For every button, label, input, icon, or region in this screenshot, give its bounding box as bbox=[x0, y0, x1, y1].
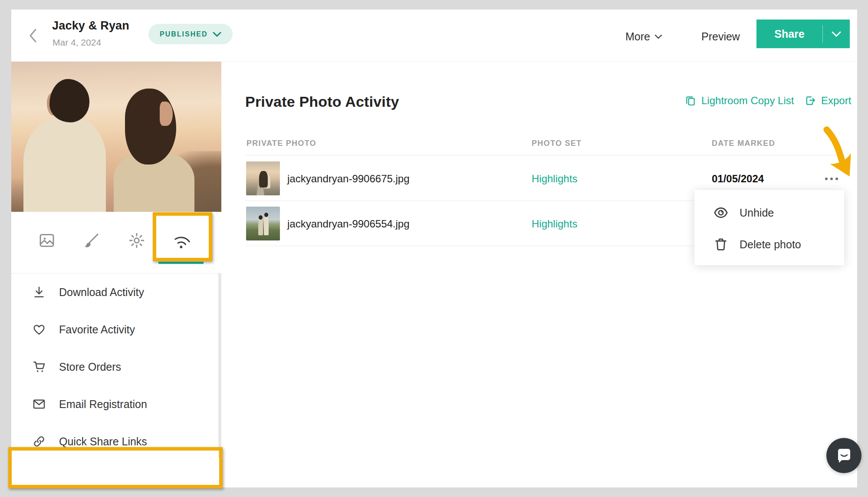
cover-person-left bbox=[23, 117, 106, 212]
row-options-context-menu: Unhide Delete photo bbox=[694, 190, 844, 265]
thumbnail-figure-art bbox=[258, 218, 263, 235]
sidebar-item-label: Quick Share Links bbox=[59, 435, 147, 448]
sidebar-item-store-orders[interactable]: Store Orders bbox=[11, 348, 221, 385]
sidebar-item-quick-share-links[interactable]: Quick Share Links bbox=[11, 423, 221, 460]
row-options-button[interactable] bbox=[825, 174, 845, 183]
link-icon bbox=[31, 434, 47, 449]
menu-item-unhide[interactable]: Unhide bbox=[694, 200, 844, 226]
share-label: Share bbox=[756, 28, 822, 40]
column-header-private-photo: PRIVATE PHOTO bbox=[247, 139, 316, 148]
photo-set-link[interactable]: Highlights bbox=[532, 173, 577, 185]
image-icon bbox=[38, 232, 56, 249]
sidebar-menu: Download Activity Favorite Activity Stor… bbox=[11, 273, 221, 487]
published-status-dropdown[interactable]: PUBLISHED bbox=[148, 24, 233, 44]
thumbnail-figure-art bbox=[264, 215, 269, 235]
copy-icon bbox=[685, 95, 696, 107]
sidebar-item-download-activity[interactable]: Download Activity bbox=[11, 273, 221, 311]
preview-button[interactable]: Preview bbox=[701, 30, 740, 43]
column-header-photo-set: PHOTO SET bbox=[532, 139, 582, 148]
sidebar-item-label: Store Orders bbox=[59, 361, 121, 373]
top-header: Jacky & Ryan Mar 4, 2024 PUBLISHED More … bbox=[11, 10, 857, 62]
status-label: PUBLISHED bbox=[160, 30, 207, 38]
more-label: More bbox=[625, 30, 650, 43]
sidebar-item-label: Email Registration bbox=[59, 398, 147, 411]
envelope-icon bbox=[31, 396, 47, 412]
photo-filename: jackyandryan-9906554.jpg bbox=[287, 218, 410, 230]
trash-icon bbox=[713, 236, 729, 253]
sidebar-item-favorite-activity[interactable]: Favorite Activity bbox=[11, 311, 221, 348]
gallery-title: Jacky & Ryan bbox=[52, 19, 129, 33]
sidebar: Download Activity Favorite Activity Stor… bbox=[11, 62, 221, 487]
date-marked-value: 01/05/2024 bbox=[712, 173, 764, 185]
photo-thumbnail[interactable] bbox=[246, 161, 280, 195]
heart-icon bbox=[31, 322, 47, 337]
share-caret-button[interactable] bbox=[823, 31, 850, 37]
sidebar-item-label: Download Activity bbox=[59, 286, 144, 299]
export-icon bbox=[805, 95, 816, 107]
chevron-down-icon bbox=[654, 34, 662, 39]
more-menu-button[interactable]: More bbox=[625, 30, 662, 43]
sidebar-tab-bar bbox=[11, 212, 221, 273]
cover-face-right bbox=[160, 102, 173, 126]
sidebar-item-email-registration[interactable]: Email Registration bbox=[11, 385, 221, 423]
tab-activity[interactable] bbox=[169, 227, 195, 253]
eye-icon bbox=[713, 204, 729, 221]
thumbnail-couple-art bbox=[259, 171, 268, 188]
gear-icon bbox=[128, 232, 145, 249]
photo-filename: jackyandryan-9906675.jpg bbox=[287, 173, 410, 185]
tab-design[interactable] bbox=[79, 227, 105, 253]
column-header-date-marked: DATE MARKED bbox=[712, 139, 775, 148]
tab-photos[interactable] bbox=[34, 227, 60, 253]
page-title: Private Photo Activity bbox=[245, 93, 399, 110]
export-button[interactable]: Export bbox=[805, 95, 851, 107]
menu-item-label: Delete photo bbox=[740, 238, 801, 251]
sidebar-item-label: Favorite Activity bbox=[59, 323, 135, 336]
export-label: Export bbox=[821, 95, 851, 107]
back-button[interactable] bbox=[25, 28, 41, 43]
photo-thumbnail[interactable] bbox=[246, 207, 280, 240]
sidebar-scrollbar[interactable] bbox=[218, 273, 221, 458]
active-tab-underline bbox=[158, 262, 204, 264]
chat-widget-button[interactable] bbox=[826, 438, 861, 473]
menu-item-delete-photo[interactable]: Delete photo bbox=[694, 231, 844, 257]
lightroom-copy-list-label: Lightroom Copy List bbox=[701, 95, 794, 107]
tab-settings[interactable] bbox=[124, 227, 150, 253]
chat-bubble-icon bbox=[835, 446, 854, 465]
chevron-down-icon bbox=[213, 32, 221, 37]
app-window: Jacky & Ryan Mar 4, 2024 PUBLISHED More … bbox=[11, 10, 857, 487]
activity-feed-icon bbox=[170, 228, 194, 253]
cart-icon bbox=[31, 359, 47, 375]
table-header: PRIVATE PHOTO PHOTO SET DATE MARKED bbox=[245, 135, 844, 155]
brush-icon bbox=[83, 232, 100, 249]
gallery-cover-photo[interactable] bbox=[11, 62, 221, 212]
photo-set-link[interactable]: Highlights bbox=[532, 218, 577, 230]
lightroom-copy-list-button[interactable]: Lightroom Copy List bbox=[685, 95, 794, 107]
download-icon bbox=[31, 284, 47, 300]
menu-item-label: Unhide bbox=[740, 207, 774, 219]
cover-head-left bbox=[49, 79, 89, 122]
cover-head-right bbox=[125, 89, 176, 165]
share-button[interactable]: Share bbox=[756, 20, 850, 48]
gallery-date: Mar 4, 2024 bbox=[53, 37, 101, 48]
